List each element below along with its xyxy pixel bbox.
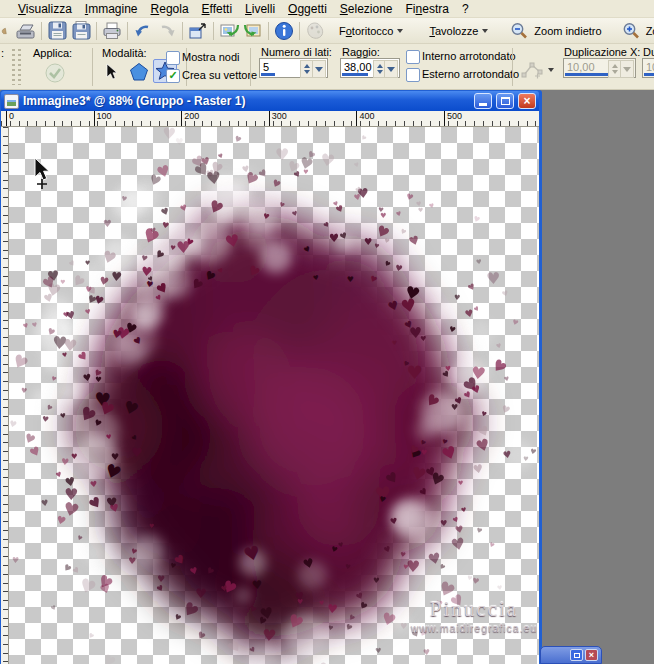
- spinner-dropdown[interactable]: [312, 60, 326, 78]
- heart-glyph: ♥: [374, 243, 380, 250]
- heart-glyph: ♥: [170, 245, 177, 252]
- dup-cut-spinner: 10,: [642, 58, 654, 78]
- numero-di-lati-spinner[interactable]: 5: [259, 58, 328, 78]
- halo-glow: [235, 587, 252, 604]
- psp-application: VisualizzaImmagineRegolaEffettiLivelliOg…: [0, 0, 654, 664]
- halo-glow: [164, 271, 191, 298]
- heart-glyph: ♥: [120, 195, 127, 203]
- chevron-down-icon[interactable]: [548, 68, 554, 72]
- menu-item-selezione[interactable]: Selezione: [340, 2, 393, 16]
- toolbar-grip[interactable]: [12, 49, 15, 85]
- export-image-icon: [243, 21, 264, 41]
- spinner-slider-bar[interactable]: [342, 73, 368, 76]
- heart-glyph: ♥: [500, 403, 512, 416]
- minimize-button[interactable]: [474, 93, 492, 109]
- fotoritocco-dropdown[interactable]: Fotoritocco: [333, 20, 409, 42]
- export-image-button[interactable]: [241, 20, 265, 42]
- heart-glyph: ♥: [40, 499, 49, 509]
- menu-item-visualizza[interactable]: Visualizza: [18, 2, 72, 16]
- mode-polygon-button[interactable]: [127, 60, 151, 84]
- close-button[interactable]: ×: [518, 93, 536, 109]
- heart-glyph: ♥: [407, 364, 424, 383]
- heart-glyph: ♥: [278, 201, 286, 209]
- spinner-dropdown[interactable]: [384, 60, 398, 78]
- print-button[interactable]: [100, 20, 124, 42]
- scan-button[interactable]: [14, 20, 38, 42]
- raggio-label: Raggio:: [342, 46, 380, 58]
- standard-toolbar: Fotoritocco Tavolozze Zoom indietro Zoom…: [0, 18, 654, 44]
- raggio-spinner[interactable]: 38,00: [340, 58, 400, 78]
- heart-glyph: ♥: [354, 161, 361, 168]
- heart-glyph: ♥: [69, 272, 87, 290]
- maximize-icon: [501, 97, 510, 105]
- save-as-button[interactable]: [69, 20, 93, 42]
- tavolozze-dropdown[interactable]: Tavolozze: [423, 20, 494, 42]
- heart-glyph: ♥: [128, 557, 137, 566]
- maximize-button[interactable]: [496, 93, 514, 109]
- esterno-arrotondato-checkbox[interactable]: [406, 68, 420, 82]
- options-separator: [512, 48, 513, 86]
- image-canvas[interactable]: ♥♥♥♥♥♥♥♥♥♥♥♥♥♥♥♥♥♥♥♥♥♥♥♥♥♥♥♥♥♥♥♥♥♥♥♥♥♥♥♥…: [9, 127, 539, 664]
- heart-glyph: ♥: [504, 376, 511, 383]
- background-window-fragment[interactable]: ×: [540, 646, 602, 664]
- menu-item-effetti[interactable]: Effetti: [202, 2, 232, 16]
- heart-glyph: ♥: [399, 228, 407, 237]
- heart-glyph: ♥: [162, 127, 177, 142]
- zoom-in-label: Zoom ava: [646, 25, 654, 37]
- heart-glyph: ♥: [495, 343, 502, 351]
- heart-glyph: ♥: [248, 605, 258, 616]
- zoom-out-button[interactable]: Zoom indietro: [504, 20, 607, 42]
- menu-item-regola[interactable]: Regola: [151, 2, 189, 16]
- heart-glyph: ♥: [439, 519, 447, 528]
- mostra-nodi-checkbox[interactable]: [166, 51, 180, 65]
- save-button[interactable]: [45, 20, 69, 42]
- mode-edit-button[interactable]: [100, 60, 124, 84]
- toolbar-separator: [268, 22, 269, 40]
- heart-glyph: ♥: [217, 267, 225, 275]
- mini-restore-button[interactable]: [570, 649, 583, 661]
- zoom-in-button[interactable]: Zoom ava: [616, 20, 654, 42]
- watermark: Pinuccia www.maidiregrafica.eu: [394, 597, 539, 634]
- mini-close-button[interactable]: ×: [585, 649, 598, 661]
- apply-button[interactable]: [44, 62, 66, 88]
- interno-arrotondato-checkbox[interactable]: [406, 50, 420, 64]
- import-image-button[interactable]: [217, 20, 241, 42]
- node-tool-button[interactable]: [521, 60, 543, 84]
- heart-glyph: ♥: [502, 450, 512, 461]
- menu-item-?[interactable]: ?: [462, 2, 469, 16]
- menu-item-livelli[interactable]: Livelli: [245, 2, 275, 16]
- heart-glyph: ♥: [61, 562, 73, 574]
- heart-glyph: ♥: [85, 260, 91, 266]
- heart-glyph: ♥: [77, 350, 91, 364]
- dup-cut-label: Dup: [643, 46, 654, 58]
- mostra-nodi-label: Mostra nodi: [182, 51, 239, 63]
- close-icon: ×: [589, 651, 594, 660]
- redo-icon: [157, 21, 177, 41]
- toolbar-grip[interactable]: [18, 49, 21, 85]
- heart-glyph: ♥: [382, 260, 391, 269]
- numero-di-lati-value: 5: [263, 61, 269, 73]
- menu-item-oggetti[interactable]: Oggetti: [288, 2, 327, 16]
- pentagon-icon: [129, 62, 149, 82]
- toolbar-separator: [213, 22, 214, 40]
- heart-glyph: ♥: [389, 516, 398, 526]
- heart-glyph: ♥: [76, 534, 83, 542]
- chevron-down-icon: [482, 29, 488, 33]
- heart-glyph: ♥: [170, 563, 177, 571]
- palette-button[interactable]: [303, 20, 327, 42]
- tool-options-palette: : Applica: Modalità: Mostra nodi ✓ Crea: [0, 44, 654, 90]
- menu-item-immagine[interactable]: Immagine: [85, 2, 138, 16]
- resize-window-button[interactable]: [186, 20, 210, 42]
- heart-glyph: ♥: [364, 237, 373, 247]
- halo-glow: [83, 539, 109, 565]
- redo-button[interactable]: [155, 20, 179, 42]
- heart-glyph: ♥: [178, 599, 201, 622]
- info-button[interactable]: [272, 20, 296, 42]
- heart-glyph: ♥: [497, 584, 503, 591]
- crea-su-vettore-checkbox[interactable]: ✓: [166, 69, 180, 83]
- document-title-bar[interactable]: Immagine3* @ 88% (Gruppo - Raster 1) ×: [1, 91, 539, 111]
- menu-item-finestra[interactable]: Finestra: [406, 2, 449, 16]
- heart-glyph: ♥: [472, 215, 481, 225]
- spinner-slider-bar[interactable]: [261, 73, 275, 76]
- undo-button[interactable]: [131, 20, 155, 42]
